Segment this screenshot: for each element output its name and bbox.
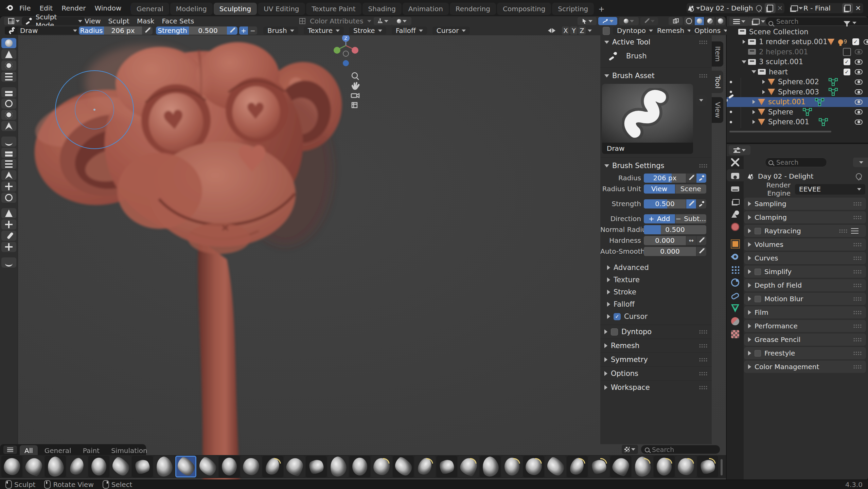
radius-unit-view-button[interactable]: View — [644, 184, 675, 194]
properties-panel-header[interactable]: Curves — [744, 252, 866, 264]
panel-extras-icon[interactable] — [851, 228, 858, 234]
hide-eye-icon[interactable] — [855, 89, 863, 94]
strength-pressure-icon[interactable] — [227, 26, 237, 35]
brush-asset-thumbnail[interactable] — [371, 456, 392, 477]
radius-pressure-icon[interactable] — [142, 26, 153, 35]
tool-settings-menu[interactable]: Stroke — [349, 26, 386, 35]
mirror-x-button[interactable]: X — [562, 26, 569, 35]
outliner-row[interactable]: Sphere.002 — [727, 77, 868, 87]
direction-subtract-button[interactable]: −Subt... — [675, 214, 707, 223]
brush-asset-thumbnail[interactable] — [219, 456, 240, 477]
properties-panel-header[interactable]: Color Management — [744, 361, 866, 373]
brush-asset-thumbnail[interactable] — [175, 456, 196, 477]
properties-tab[interactable] — [727, 195, 744, 207]
workspace-tab[interactable]: General — [131, 3, 169, 15]
sculpt-tool-button[interactable] — [1, 38, 16, 48]
auto-smooth-slider[interactable]: 0.000 — [644, 247, 696, 256]
brush-asset-preview[interactable]: Draw — [602, 84, 693, 154]
brush-asset-thumbnail[interactable] — [349, 456, 370, 477]
hide-eye-icon[interactable] — [855, 49, 863, 54]
workspace-tab[interactable]: Compositing — [497, 3, 551, 15]
dyntopo-checkbox[interactable] — [603, 27, 610, 35]
brush-asset-thumbnail[interactable] — [306, 456, 327, 477]
brush-asset-dropdown[interactable] — [696, 95, 707, 106]
select-tool-icon[interactable] — [578, 17, 597, 25]
brush-settings-subsection[interactable]: Falloff — [600, 298, 712, 310]
outliner-row[interactable]: Sphere.003 — [727, 87, 868, 97]
properties-panel-header[interactable]: Depth of Field — [744, 279, 866, 291]
remesh-menu[interactable]: Remesh — [653, 26, 695, 35]
shelf-menu-icon[interactable] — [3, 446, 17, 454]
pivot-point-icon[interactable] — [619, 17, 639, 25]
mirror-z-button[interactable]: Z — [578, 26, 586, 35]
radius-unified-button[interactable] — [696, 174, 706, 183]
properties-panel-header[interactable]: Grease Pencil — [744, 333, 866, 346]
direction-add-button[interactable]: + — [239, 26, 248, 35]
hardness-invert-button[interactable]: ↔ — [686, 236, 696, 245]
brush-asset-thumbnail[interactable] — [588, 456, 609, 477]
exclude-checkbox[interactable] — [844, 69, 850, 75]
brush-asset-thumbnail[interactable] — [197, 456, 218, 477]
sculpt-tool-button[interactable] — [1, 60, 16, 71]
brush-asset-thumbnail[interactable] — [393, 456, 414, 477]
properties-tab[interactable] — [727, 276, 744, 289]
hide-eye-icon[interactable] — [855, 79, 863, 85]
outliner-row[interactable]: Sphere.001 — [727, 117, 868, 127]
brush-settings-subsection[interactable]: Stroke — [600, 286, 712, 298]
hardness-pressure-button[interactable] — [696, 236, 706, 245]
viewport-menu-item[interactable]: View — [83, 17, 102, 25]
brush-asset-thumbnail[interactable] — [154, 456, 175, 477]
add-workspace-button[interactable]: + — [595, 4, 608, 14]
normal-radius-slider[interactable]: 0.500 — [644, 225, 706, 234]
brush-asset-thumbnail[interactable] — [436, 456, 457, 477]
workspace-tab[interactable]: Shading — [362, 3, 402, 15]
properties-panel-header[interactable]: Film — [744, 306, 866, 319]
tool-settings-menu[interactable]: Brush — [263, 26, 298, 35]
properties-tab[interactable] — [727, 302, 744, 314]
brush-settings-subsection[interactable]: Cursor — [600, 310, 712, 323]
properties-tab[interactable] — [727, 156, 744, 168]
workspace-tab[interactable]: Modeling — [170, 3, 213, 15]
viewport-menu-item[interactable]: Mask — [136, 17, 156, 25]
color-attributes-label[interactable]: Color Attributes — [308, 17, 365, 25]
dyntopo-menu[interactable]: Dyntopo — [613, 26, 657, 35]
workspace-tab[interactable]: Animation — [403, 3, 449, 15]
sidebar-collapsed-panel[interactable]: Remesh — [600, 339, 712, 352]
radius-slider[interactable]: 206 px — [644, 174, 686, 183]
brush-asset-thumbnail[interactable] — [262, 456, 283, 477]
outliner-row[interactable]: sculpt.001 — [727, 97, 868, 107]
view-layer-icon[interactable] — [790, 5, 803, 11]
outliner-row[interactable]: Scene Collection — [727, 27, 868, 37]
sculpt-tool-button[interactable] — [1, 242, 16, 252]
properties-panel-header[interactable]: Freestyle — [744, 347, 866, 359]
viewport-menu-item[interactable]: Face Sets — [160, 17, 195, 25]
properties-panel-header[interactable]: Motion Blur — [744, 293, 866, 305]
sculpt-tool-button[interactable] — [1, 159, 16, 169]
brush-asset-thumbnail[interactable] — [1, 456, 22, 477]
outliner-row[interactable]: 2 helpers.001 — [727, 47, 868, 57]
new-view-layer-button[interactable] — [842, 3, 853, 13]
scene-name[interactable]: Day 02 - Delight — [700, 4, 753, 12]
strength-slider[interactable]: 0.500 — [644, 199, 686, 209]
brush-asset-thumbnail[interactable] — [88, 456, 109, 477]
scene-icon[interactable] — [687, 4, 700, 12]
properties-panel-header[interactable]: Clamping — [744, 211, 866, 223]
menu-item[interactable]: Window — [90, 2, 126, 14]
sculpt-tool-button[interactable] — [1, 72, 16, 82]
shelf-scrollbar[interactable] — [721, 459, 723, 475]
shelf-catalog-tab[interactable]: All — [20, 445, 38, 456]
wireframe-shading-button[interactable] — [684, 17, 693, 25]
strength-unified-button[interactable] — [696, 199, 706, 209]
rendered-shading-button[interactable] — [716, 17, 725, 25]
sculpt-tool-button[interactable] — [1, 170, 16, 180]
brush-asset-panel-header[interactable]: Brush Asset — [600, 69, 712, 82]
subsection-checkbox[interactable] — [614, 313, 621, 320]
brush-asset-thumbnail[interactable] — [414, 456, 436, 477]
properties-panel-header[interactable]: Raytracing — [744, 225, 866, 237]
brush-asset-thumbnail[interactable] — [697, 456, 718, 477]
strength-slider-value[interactable]: 0.500 — [189, 26, 227, 35]
properties-tab[interactable] — [727, 221, 744, 233]
sculpt-tool-button[interactable] — [1, 110, 16, 120]
brush-asset-thumbnail[interactable] — [45, 456, 66, 477]
hide-eye-icon[interactable] — [855, 69, 863, 74]
